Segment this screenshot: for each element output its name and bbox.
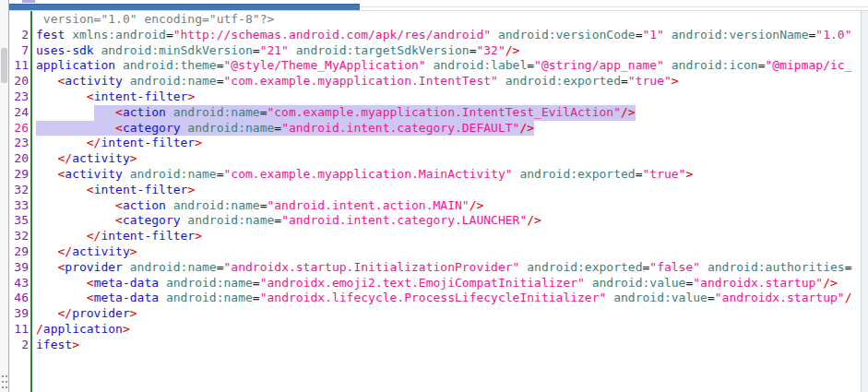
code-row[interactable]: 39 </provider> bbox=[9, 306, 861, 322]
code-text: version="1.0" encoding="utf-8"?> bbox=[36, 12, 274, 28]
code-row[interactable]: 2ifest> bbox=[9, 338, 861, 353]
code-row[interactable]: 26 <category android:name="android.inten… bbox=[9, 121, 861, 137]
code-row[interactable]: 35 <category android:name="android.inten… bbox=[9, 213, 861, 229]
xml-viewer-window: { "editor": { "language": "xml", "curren… bbox=[0, 0, 868, 392]
code-text: <intent-filter> bbox=[36, 183, 195, 198]
code-text: uses-sdk android:minSdkVersion="21" andr… bbox=[36, 43, 519, 59]
line-number: 39 bbox=[9, 306, 29, 322]
code-row[interactable]: 43 <meta-data android:name="androidx.emo… bbox=[9, 276, 861, 291]
code-row[interactable]: 33 <action android:name="android.intent.… bbox=[9, 198, 861, 214]
code-text: <meta-data android:name="androidx.lifecy… bbox=[36, 291, 851, 306]
line-number: 35 bbox=[9, 213, 29, 229]
code-text: </activity> bbox=[36, 244, 137, 260]
code-row[interactable]: 20 </activity> bbox=[9, 151, 861, 167]
line-number: 33 bbox=[9, 198, 29, 214]
line-number: 39 bbox=[9, 260, 29, 276]
code-text: <category android:name="android.intent.c… bbox=[36, 213, 541, 229]
line-number: 23 bbox=[9, 89, 29, 105]
code-row[interactable]: version="1.0" encoding="utf-8"?> bbox=[9, 12, 861, 28]
tab-indicator bbox=[22, 0, 35, 3]
horizontal-scrollbar-thumb[interactable] bbox=[9, 4, 360, 10]
code-row[interactable]: 32 </intent-filter> bbox=[9, 229, 861, 244]
line-number: 24 bbox=[9, 105, 29, 121]
line-number: 29 bbox=[9, 244, 29, 260]
code-text: /application> bbox=[36, 322, 130, 338]
current-line-number: 26 bbox=[9, 121, 29, 137]
line-number: 2 bbox=[9, 338, 29, 353]
code-text: <activity android:name="com.example.myap… bbox=[36, 74, 679, 89]
code-row[interactable]: 2fest xmlns:android="http://schemas.andr… bbox=[9, 28, 861, 43]
code-text: application android:theme="@style/Theme_… bbox=[36, 58, 851, 74]
line-number: 43 bbox=[9, 276, 29, 291]
code-rows: version="1.0" encoding="utf-8"?>2fest xm… bbox=[9, 12, 861, 353]
left-scrollbar-thumb[interactable] bbox=[1, 48, 7, 83]
code-row[interactable]: 20 <activity android:name="com.example.m… bbox=[9, 74, 861, 89]
code-row[interactable]: 23 </intent-filter> bbox=[9, 136, 861, 151]
code-row[interactable]: 32 <intent-filter> bbox=[9, 183, 861, 198]
code-row[interactable]: 24 <action android:name="com.example.mya… bbox=[9, 105, 861, 121]
code-text: <provider android:name="androidx.startup… bbox=[36, 260, 851, 276]
code-text: ifest> bbox=[36, 338, 79, 353]
code-text: <activity android:name="com.example.myap… bbox=[36, 167, 693, 183]
line-number: 11 bbox=[9, 322, 29, 338]
code-text: </provider> bbox=[36, 306, 137, 322]
line-number: 2 bbox=[9, 28, 29, 43]
code-text: <action android:name="com.example.myappl… bbox=[36, 105, 636, 121]
vertical-scrollbar-track[interactable] bbox=[861, 11, 868, 392]
line-number: 29 bbox=[9, 167, 29, 183]
code-row[interactable]: 23 <intent-filter> bbox=[9, 89, 861, 105]
code-text: </activity> bbox=[36, 151, 137, 167]
resize-grip-icon[interactable] bbox=[2, 375, 4, 377]
code-text: <category android:name="android.intent.c… bbox=[36, 121, 534, 137]
code-row[interactable]: 11/application> bbox=[9, 322, 861, 338]
line-number: 32 bbox=[9, 229, 29, 244]
code-text: </intent-filter> bbox=[36, 136, 202, 151]
line-number: 20 bbox=[9, 151, 29, 167]
code-text: <meta-data android:name="androidx.emoji2… bbox=[36, 276, 838, 291]
code-row[interactable]: 29 <activity android:name="com.example.m… bbox=[9, 167, 861, 183]
line-number: 46 bbox=[9, 291, 29, 306]
line-number: 32 bbox=[9, 183, 29, 198]
code-editor[interactable]: version="1.0" encoding="utf-8"?>2fest xm… bbox=[9, 11, 861, 392]
code-row[interactable]: 7uses-sdk android:minSdkVersion="21" and… bbox=[9, 43, 861, 59]
line-number: 20 bbox=[9, 74, 29, 89]
left-panel-scrollbar[interactable] bbox=[0, 0, 9, 392]
code-text: <intent-filter> bbox=[36, 89, 195, 105]
line-number: 7 bbox=[9, 43, 29, 59]
code-text: fest xmlns:android="http://schemas.andro… bbox=[36, 28, 851, 43]
code-text: </intent-filter> bbox=[36, 229, 202, 244]
line-number: 11 bbox=[9, 58, 29, 74]
code-row[interactable]: 39 <provider android:name="androidx.star… bbox=[9, 260, 861, 276]
line-number: 23 bbox=[9, 136, 29, 151]
code-row[interactable]: 46 <meta-data android:name="androidx.lif… bbox=[9, 291, 861, 306]
code-row[interactable]: 11application android:theme="@style/Them… bbox=[9, 58, 861, 74]
code-row[interactable]: 29 </activity> bbox=[9, 244, 861, 260]
code-text: <action android:name="android.intent.act… bbox=[36, 198, 483, 214]
